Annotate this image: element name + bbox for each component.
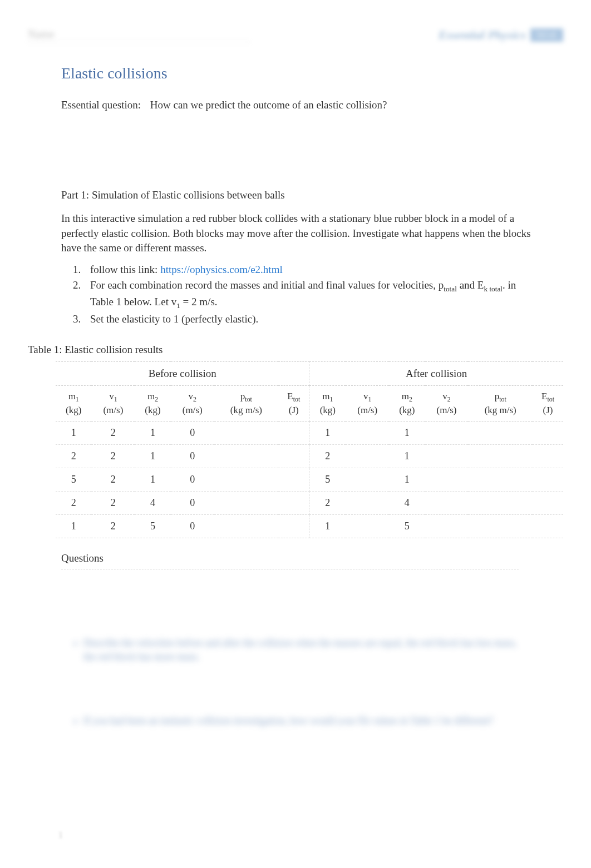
cell: 1	[135, 421, 170, 444]
cell	[278, 421, 309, 444]
table-row: 2 2 1 0 2 1	[56, 444, 563, 468]
cell: 1	[389, 468, 425, 491]
instruction-list: follow this link: https://ophysics.com/e…	[83, 262, 541, 327]
col-v1-before: v1(m/s)	[91, 385, 135, 421]
col-m2-after: m2(kg)	[389, 385, 425, 421]
cell: 2	[91, 421, 135, 444]
col-ptot-before: ptot(kg m/s)	[214, 385, 279, 421]
cell: 4	[389, 491, 425, 514]
cell	[278, 491, 309, 514]
table-row: 5 2 1 0 5 1	[56, 468, 563, 491]
table-row: 1 2 1 0 1 1	[56, 421, 563, 444]
cell	[468, 468, 533, 491]
before-collision-header: Before collision	[56, 361, 309, 385]
table-row: 2 2 4 0 2 4	[56, 491, 563, 514]
essential-question-text: How can we predict the outcome of an ela…	[150, 99, 387, 111]
instruction-1-text: follow this link:	[90, 264, 160, 275]
blurred-question-a: Describe the velocities before and after…	[83, 636, 530, 664]
cell	[533, 444, 563, 468]
part1-header: Part 1: Simulation of Elastic collisions…	[61, 189, 563, 201]
col-ptot-after: ptot(kg m/s)	[468, 385, 533, 421]
cell: 2	[56, 491, 91, 514]
cell	[468, 444, 533, 468]
header-brand: Essential Physics 3rd ed.	[439, 28, 563, 42]
cell	[214, 491, 279, 514]
cell: 1	[56, 514, 91, 538]
col-etot-after: Etot(J)	[533, 385, 563, 421]
table-caption: Table 1: Elastic collision results	[28, 344, 563, 356]
cell	[533, 491, 563, 514]
table-body: 1 2 1 0 1 1 2 2 1 0 2	[56, 421, 563, 538]
col-etot-before: Etot(J)	[278, 385, 309, 421]
instruction-item-2: For each combination record the masses a…	[83, 278, 541, 311]
cell: 1	[389, 444, 425, 468]
cell	[278, 468, 309, 491]
cell	[278, 444, 309, 468]
table-column-row: m1(kg) v1(m/s) m2(kg) v2(m/s) ptot(kg m/…	[56, 385, 563, 421]
cell	[214, 444, 279, 468]
part1-body: In this interactive simulation a red rub…	[61, 211, 541, 256]
cell: 0	[171, 421, 214, 444]
cell: 2	[91, 491, 135, 514]
cell: 2	[309, 491, 346, 514]
cell	[468, 514, 533, 538]
cell	[214, 514, 279, 538]
edition-badge: 3rd ed.	[530, 28, 563, 42]
cell	[425, 421, 469, 444]
questions-divider	[61, 569, 519, 569]
instruction-item-1: follow this link: https://ophysics.com/e…	[83, 262, 541, 277]
cell: 2	[91, 514, 135, 538]
cell	[346, 421, 389, 444]
cell: 1	[135, 444, 170, 468]
cell	[278, 514, 309, 538]
col-v2-after: v2(m/s)	[425, 385, 469, 421]
cell: 1	[135, 468, 170, 491]
cell: 1	[309, 514, 346, 538]
essential-question: Essential question: How can we predict t…	[61, 99, 530, 111]
cell	[425, 491, 469, 514]
essential-question-label: Essential question:	[61, 99, 141, 111]
cell: 4	[135, 491, 170, 514]
questions-heading: Questions	[61, 552, 563, 564]
cell: 5	[389, 514, 425, 538]
cell: 2	[91, 468, 135, 491]
cell: 0	[171, 468, 214, 491]
cell	[533, 468, 563, 491]
table-group-row: Before collision After collision	[56, 361, 563, 385]
cell	[533, 421, 563, 444]
col-v2-before: v2(m/s)	[171, 385, 214, 421]
col-v1-after: v1(m/s)	[346, 385, 389, 421]
cell: 2	[309, 444, 346, 468]
simulation-link[interactable]: https://ophysics.com/e2.html	[160, 264, 283, 275]
blurred-questions-list: Describe the velocities before and after…	[83, 636, 530, 728]
cell: 5	[56, 468, 91, 491]
cell: 1	[389, 421, 425, 444]
cell: 0	[171, 444, 214, 468]
brand-logo-text: Essential Physics	[439, 28, 526, 42]
cell: 0	[171, 491, 214, 514]
cell	[346, 468, 389, 491]
col-m2-before: m2(kg)	[135, 385, 170, 421]
cell	[425, 468, 469, 491]
cell: 2	[91, 444, 135, 468]
page-title: Elastic collisions	[61, 65, 563, 82]
cell	[346, 491, 389, 514]
cell: 5	[309, 468, 346, 491]
cell: 2	[56, 444, 91, 468]
instruction-2-text-b: and E	[457, 279, 484, 291]
col-m1-after: m1(kg)	[309, 385, 346, 421]
cell	[346, 514, 389, 538]
collision-results-table: Before collision After collision m1(kg) …	[56, 361, 563, 538]
subscript-v1: 1	[176, 301, 180, 310]
cell	[346, 444, 389, 468]
cell	[214, 468, 279, 491]
cell: 0	[171, 514, 214, 538]
instruction-item-3: Set the elasticity to 1 (perfectly elast…	[83, 312, 541, 327]
page-header: Name Essential Physics 3rd ed.	[28, 28, 563, 42]
table-row: 1 2 5 0 1 5	[56, 514, 563, 538]
cell	[425, 514, 469, 538]
blurred-question-b: If you had been an inelastic collision i…	[83, 714, 530, 728]
header-name-field: Name	[28, 28, 250, 42]
cell	[214, 421, 279, 444]
col-m1-before: m1(kg)	[56, 385, 91, 421]
